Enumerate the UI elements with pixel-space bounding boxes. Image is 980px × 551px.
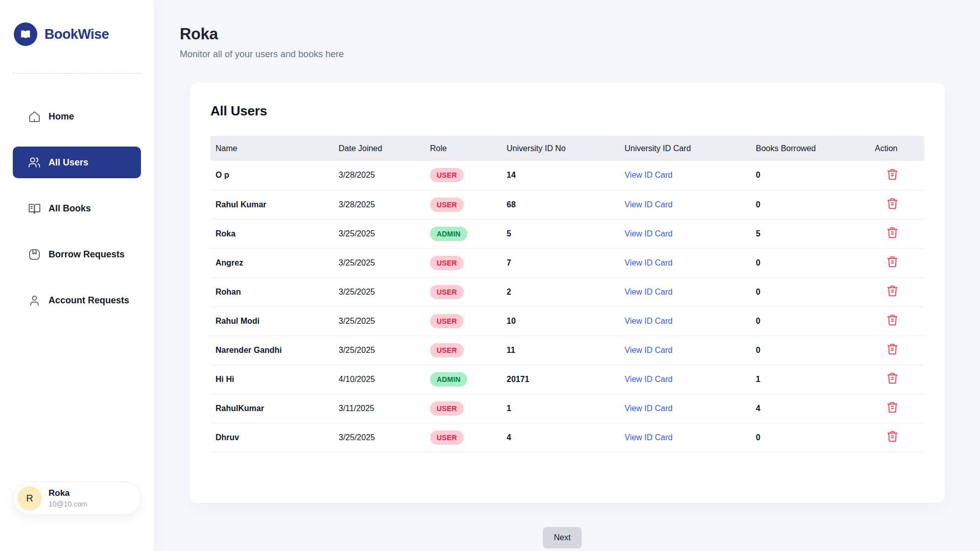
trash-icon bbox=[886, 343, 899, 355]
table-row: Narender Gandhi 3/25/2025 USER 11 View I… bbox=[210, 336, 924, 365]
role-badge: USER bbox=[430, 256, 464, 270]
column-header-name: Name bbox=[210, 136, 339, 161]
university-id-no: 7 bbox=[507, 248, 625, 277]
table-row: O p 3/28/2025 USER 14 View ID Card 0 bbox=[210, 161, 924, 190]
university-id-no: 1 bbox=[507, 394, 625, 423]
role-badge: USER bbox=[430, 285, 464, 299]
sidebar-item-label: All Users bbox=[49, 157, 88, 168]
column-header-date-joined: Date Joined bbox=[339, 136, 430, 161]
delete-user-button[interactable] bbox=[886, 343, 899, 355]
table-row: RahulKumar 3/11/2025 USER 1 View ID Card… bbox=[210, 394, 924, 423]
view-id-card-link[interactable]: View ID Card bbox=[625, 346, 673, 354]
trash-icon bbox=[886, 255, 899, 268]
date-joined: 3/25/2025 bbox=[339, 277, 430, 306]
books-borrowed: 0 bbox=[756, 161, 875, 190]
sidebar-item-label: Home bbox=[49, 111, 74, 122]
table-row: Rahul Kumar 3/28/2025 USER 68 View ID Ca… bbox=[210, 190, 924, 219]
view-id-card-link[interactable]: View ID Card bbox=[625, 375, 673, 384]
view-id-card-link[interactable]: View ID Card bbox=[625, 229, 673, 238]
sidebar-divider bbox=[13, 73, 141, 74]
book-open-icon bbox=[28, 202, 41, 215]
sidebar-item-label: Account Requests bbox=[49, 295, 129, 306]
delete-user-button[interactable] bbox=[886, 401, 899, 414]
role-badge: USER bbox=[430, 343, 464, 357]
books-borrowed: 5 bbox=[756, 219, 875, 248]
profile-card[interactable]: R Roka 10@10.com bbox=[13, 482, 141, 515]
role-badge: USER bbox=[430, 401, 464, 416]
user-name: Roka bbox=[210, 219, 339, 248]
column-header-university-id-card: University ID Card bbox=[625, 136, 756, 161]
brand-logo: BookWise bbox=[13, 22, 141, 46]
role-badge: USER bbox=[430, 198, 464, 212]
sidebar-item-account-requests[interactable]: Account Requests bbox=[13, 284, 141, 316]
books-borrowed: 1 bbox=[756, 365, 875, 394]
books-borrowed: 0 bbox=[756, 336, 875, 365]
user-name: Narender Gandhi bbox=[210, 336, 339, 365]
view-id-card-link[interactable]: View ID Card bbox=[625, 317, 673, 325]
delete-user-button[interactable] bbox=[886, 197, 899, 210]
delete-user-button[interactable] bbox=[886, 255, 899, 268]
user-name: Rahul Kumar bbox=[210, 190, 339, 219]
delete-user-button[interactable] bbox=[886, 226, 899, 239]
table-row: Dhruv 3/25/2025 USER 4 View ID Card 0 bbox=[210, 423, 924, 452]
role-badge: USER bbox=[430, 314, 464, 328]
date-joined: 3/25/2025 bbox=[339, 423, 430, 452]
view-id-card-link[interactable]: View ID Card bbox=[625, 404, 673, 413]
books-borrowed: 0 bbox=[756, 277, 875, 306]
view-id-card-link[interactable]: View ID Card bbox=[625, 258, 673, 267]
table-row: Rahul Modi 3/25/2025 USER 10 View ID Car… bbox=[210, 306, 924, 336]
delete-user-button[interactable] bbox=[886, 430, 899, 443]
sidebar-item-all-users[interactable]: All Users bbox=[13, 147, 141, 178]
table-row: Angrez 3/25/2025 USER 7 View ID Card 0 bbox=[210, 248, 924, 277]
university-id-no: 14 bbox=[507, 161, 625, 190]
home-icon bbox=[28, 110, 41, 123]
sidebar-item-all-books[interactable]: All Books bbox=[13, 193, 141, 224]
date-joined: 3/25/2025 bbox=[339, 248, 430, 277]
university-id-no: 68 bbox=[507, 190, 625, 219]
books-borrowed: 0 bbox=[756, 248, 875, 277]
delete-user-button[interactable] bbox=[886, 314, 899, 326]
trash-icon bbox=[886, 314, 899, 326]
column-header-university-id-no: University ID No bbox=[507, 136, 625, 161]
view-id-card-link[interactable]: View ID Card bbox=[625, 171, 673, 179]
university-id-no: 20171 bbox=[507, 365, 625, 394]
trash-icon bbox=[886, 168, 899, 181]
delete-user-button[interactable] bbox=[886, 372, 899, 385]
books-borrowed: 0 bbox=[756, 190, 875, 219]
university-id-no: 11 bbox=[507, 336, 625, 365]
trash-icon bbox=[886, 430, 899, 443]
date-joined: 3/11/2025 bbox=[339, 394, 430, 423]
sidebar-item-home[interactable]: Home bbox=[13, 101, 141, 132]
delete-user-button[interactable] bbox=[886, 168, 899, 181]
open-book-icon bbox=[14, 22, 37, 46]
user-name: Dhruv bbox=[210, 423, 339, 452]
view-id-card-link[interactable]: View ID Card bbox=[625, 200, 673, 209]
users-table: Name Date Joined Role University ID No U… bbox=[210, 136, 924, 452]
books-borrowed: 0 bbox=[756, 423, 875, 452]
table-header: Name Date Joined Role University ID No U… bbox=[210, 136, 924, 161]
column-header-books-borrowed: Books Borrowed bbox=[756, 136, 875, 161]
trash-icon bbox=[886, 226, 899, 239]
view-id-card-link[interactable]: View ID Card bbox=[625, 288, 673, 296]
bookmark-square-icon bbox=[28, 248, 41, 261]
university-id-no: 4 bbox=[507, 423, 625, 452]
date-joined: 3/25/2025 bbox=[339, 306, 430, 336]
date-joined: 3/28/2025 bbox=[339, 161, 430, 190]
books-borrowed: 4 bbox=[756, 394, 875, 423]
column-header-role: Role bbox=[430, 136, 507, 161]
user-name: Angrez bbox=[210, 248, 339, 277]
table-row: Hi Hi 4/10/2025 ADMIN 20171 View ID Card… bbox=[210, 365, 924, 394]
sidebar-item-borrow-requests[interactable]: Borrow Requests bbox=[13, 238, 141, 270]
view-id-card-link[interactable]: View ID Card bbox=[625, 433, 673, 442]
role-badge: ADMIN bbox=[430, 372, 467, 387]
university-id-no: 2 bbox=[507, 277, 625, 306]
delete-user-button[interactable] bbox=[886, 284, 899, 297]
brand-name: BookWise bbox=[44, 27, 109, 42]
table-row: Roka 3/25/2025 ADMIN 5 View ID Card 5 bbox=[210, 219, 924, 248]
profile-name: Roka bbox=[49, 488, 87, 498]
table-row: Rohan 3/25/2025 USER 2 View ID Card 0 bbox=[210, 277, 924, 306]
user-icon bbox=[28, 294, 41, 307]
next-page-button[interactable]: Next bbox=[543, 527, 582, 548]
role-badge: ADMIN bbox=[430, 227, 467, 241]
trash-icon bbox=[886, 197, 899, 210]
